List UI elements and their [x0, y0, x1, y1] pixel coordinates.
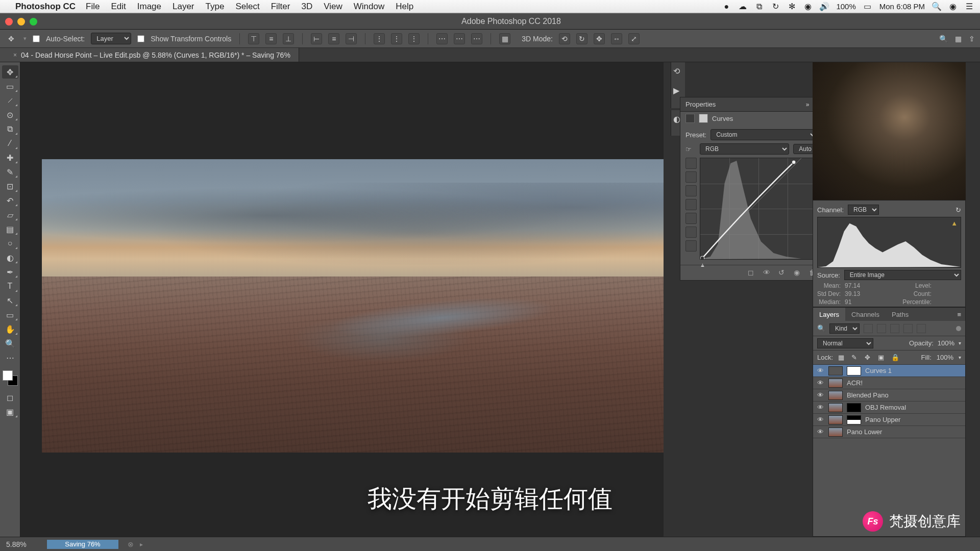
cancel-save-icon[interactable]: ⊗	[128, 540, 134, 548]
fill-value[interactable]: 100%	[937, 354, 953, 361]
healing-tool[interactable]: ✚	[2, 151, 18, 164]
menu-window[interactable]: Window	[354, 2, 384, 12]
wifi-icon[interactable]: ◉	[803, 2, 813, 11]
battery-icon[interactable]: ▭	[863, 2, 872, 11]
align-top-icon[interactable]: ⊤	[248, 33, 259, 44]
histogram-source-select[interactable]: Entire Image	[844, 270, 961, 280]
layer-thumbnail[interactable]	[828, 391, 843, 400]
sample-black-icon[interactable]	[685, 158, 697, 169]
view-previous-icon[interactable]: 👁	[763, 268, 772, 278]
3d-zoom-icon[interactable]: ⤢	[628, 33, 640, 44]
layer-thumbnail[interactable]	[828, 415, 843, 424]
stamp-tool[interactable]: ⊡	[2, 180, 18, 193]
lock-image-icon[interactable]: ✎	[851, 354, 860, 362]
close-tab-icon[interactable]: ×	[13, 52, 17, 59]
auto-align-icon[interactable]: ▦	[499, 33, 510, 44]
fill-chevron-icon[interactable]: ▾	[959, 355, 961, 360]
canvas[interactable]	[20, 62, 664, 537]
eyedropper-tool[interactable]: ⁄	[2, 137, 18, 150]
draw-curve-icon[interactable]	[685, 213, 697, 224]
layer-mask-thumbnail[interactable]	[847, 403, 861, 412]
3d-orbit-icon[interactable]: ⟲	[559, 33, 570, 44]
history-panel-icon[interactable]: ⟲	[673, 66, 683, 77]
3d-pan-icon[interactable]: ✥	[594, 33, 605, 44]
tab-layers[interactable]: Layers	[813, 308, 845, 321]
record-icon[interactable]: ●	[722, 2, 731, 11]
color-swatch[interactable]	[3, 370, 18, 386]
app-name[interactable]: Photoshop CC	[15, 2, 76, 12]
layer-item[interactable]: 👁 OBJ Removal	[813, 402, 965, 414]
layer-name[interactable]: Pano Lower	[847, 428, 882, 436]
filter-shape-icon[interactable]	[903, 324, 913, 333]
layer-thumbnail[interactable]	[828, 379, 843, 388]
notification-icon[interactable]: ☰	[965, 2, 974, 11]
lasso-tool[interactable]: ⟋	[2, 94, 18, 107]
settings-icon[interactable]: ✻	[787, 2, 796, 11]
marquee-tool[interactable]: ▭	[2, 80, 18, 93]
battery-percent[interactable]: 100%	[836, 2, 855, 11]
distribute-4-icon[interactable]: ⋯	[436, 33, 448, 44]
layer-item[interactable]: 👁 Curves 1	[813, 365, 965, 377]
auto-select-target[interactable]: Layer	[91, 33, 131, 44]
lock-artboard-icon[interactable]: ▣	[878, 354, 886, 362]
sync-icon[interactable]: ↻	[771, 2, 780, 11]
filter-smart-icon[interactable]	[917, 324, 926, 333]
layer-name[interactable]: ACR!	[847, 379, 863, 387]
menu-type[interactable]: Type	[206, 2, 225, 12]
status-chevron-icon[interactable]: ▸	[140, 541, 143, 548]
refresh-histogram-icon[interactable]: ↻	[955, 206, 961, 214]
reset-icon[interactable]: ↺	[778, 268, 788, 278]
lock-position-icon[interactable]: ✥	[865, 354, 873, 362]
hand-icon[interactable]	[685, 240, 697, 252]
menu-3d[interactable]: 3D	[301, 2, 312, 12]
zoom-tool[interactable]: 🔍	[2, 337, 18, 350]
actions-panel-icon[interactable]: ▶	[673, 86, 683, 96]
eraser-tool[interactable]: ▱	[2, 208, 18, 221]
menu-help[interactable]: Help	[396, 2, 413, 12]
histogram-channel-select[interactable]: RGB	[848, 205, 879, 215]
filter-search-icon[interactable]: 🔍	[817, 324, 825, 332]
opacity-value[interactable]: 100%	[938, 339, 954, 347]
menu-image[interactable]: Image	[137, 2, 161, 12]
distribute-3-icon[interactable]: ⋮	[408, 33, 420, 44]
menu-edit[interactable]: Edit	[111, 2, 126, 12]
lock-all-icon[interactable]: 🔒	[891, 354, 899, 362]
layer-name[interactable]: OBJ Removal	[865, 404, 906, 411]
gradient-tool[interactable]: ▤	[2, 222, 18, 236]
dropbox-icon[interactable]: ⧉	[754, 2, 764, 11]
clock[interactable]: Mon 6:08 PM	[879, 2, 925, 11]
tab-paths[interactable]: Paths	[886, 308, 915, 321]
lock-transparent-icon[interactable]: ▦	[838, 354, 846, 362]
visibility-icon[interactable]: 👁	[816, 367, 824, 375]
share-icon[interactable]: ⇪	[969, 35, 975, 43]
pen-tool[interactable]: ✒	[2, 265, 18, 279]
layer-item[interactable]: 👁 Pano Upper	[813, 414, 965, 426]
sample-gray-icon[interactable]	[685, 171, 697, 183]
window-close-button[interactable]	[5, 18, 13, 26]
sample-white-icon[interactable]	[685, 185, 697, 196]
layer-name[interactable]: Blended Pano	[847, 391, 889, 399]
quick-select-tool[interactable]: ⊙	[2, 108, 18, 121]
menu-select[interactable]: Select	[235, 2, 259, 12]
layer-mask-thumbnail[interactable]	[847, 366, 861, 375]
quick-mask-tool[interactable]: ◻	[2, 391, 18, 404]
move-tool-icon[interactable]: ✥	[5, 33, 17, 45]
align-hcenter-icon[interactable]: ≡	[328, 33, 339, 44]
menu-filter[interactable]: Filter	[271, 2, 290, 12]
dodge-tool[interactable]: ◐	[2, 251, 18, 264]
hand-tool[interactable]: ✋	[2, 322, 18, 336]
search-icon[interactable]: 🔍	[939, 35, 948, 43]
layer-mask-thumbnail[interactable]	[847, 415, 861, 424]
edit-toolbar[interactable]: ⋯	[2, 351, 18, 364]
channel-select[interactable]: RGB	[700, 143, 789, 155]
brush-tool[interactable]: ✎	[2, 165, 18, 179]
layer-thumbnail[interactable]	[828, 428, 843, 437]
visibility-icon[interactable]: 👁	[816, 428, 824, 436]
filter-kind-select[interactable]: Kind	[829, 323, 860, 334]
history-brush-tool[interactable]: ↶	[2, 194, 18, 207]
window-minimize-button[interactable]	[17, 18, 25, 26]
layer-thumbnail[interactable]	[828, 403, 843, 412]
panel-menu-icon[interactable]: ≡	[957, 311, 961, 318]
visibility-icon[interactable]: 👁	[816, 404, 824, 412]
filter-type-icon[interactable]	[890, 324, 899, 333]
